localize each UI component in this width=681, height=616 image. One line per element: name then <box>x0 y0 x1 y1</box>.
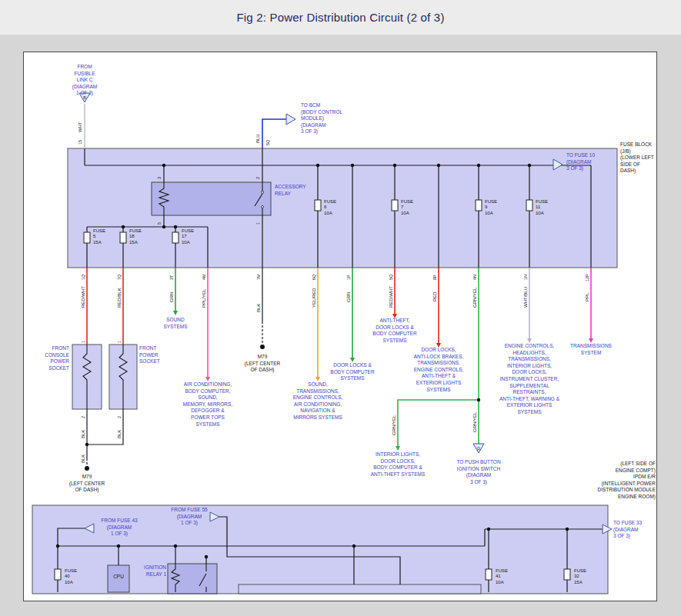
relay-pin5-label: 5 <box>157 222 162 225</box>
connector-g-label: G <box>477 446 480 451</box>
grn-label-3t: GRN <box>169 292 174 302</box>
grn-label-1p: GRN <box>346 292 351 302</box>
ipdm-lower-module-box <box>239 584 481 594</box>
pin-6q: 6Q <box>312 274 316 280</box>
m79-ground-label: M79 (LEFT CENTER OF DASH) <box>60 474 114 494</box>
wht-label: WHT <box>78 122 82 132</box>
fuse9-symbol <box>476 200 482 211</box>
transmissions-system-label: TRANSMISSIONS SYSTEM <box>562 343 619 356</box>
redblk-label: RED/BLK <box>117 288 122 308</box>
blk-label-7m: BLK <box>256 304 261 312</box>
pin-bcm-label: 5Q <box>265 139 270 145</box>
door-locks-body-computer-label: DOOR LOCKS & BODY COMPUTER SYSTEMS <box>324 362 381 382</box>
door-locks-abs-systems-label: DOOR LOCKS, ANTI-LOCK BRAKES, TRANSMISSI… <box>406 347 472 393</box>
fuse6-symbol <box>315 200 321 211</box>
pin-3t: 3T <box>169 275 174 280</box>
pin-7m: 7M <box>256 274 261 280</box>
ignition-relay-label: IGNITION RELAY 1 <box>131 564 166 578</box>
from-fuse43-label: FROM FUSE 43 (DIAGRAM 1 OF 3) <box>97 518 142 538</box>
fuse9-label: FUSE 9 10A <box>485 199 506 216</box>
redwht-label-1q: RED/WHT <box>81 286 85 308</box>
cpu-label: CPU <box>108 574 129 581</box>
fuse41-symbol <box>486 569 492 580</box>
fuse32-symbol <box>564 569 570 580</box>
accessory-relay-label: ACCESSORY RELAY <box>275 184 318 197</box>
grnyel-label-lower: GRN/YEL <box>472 411 477 432</box>
grnyel-label-4n: GRN/YEL <box>472 287 477 308</box>
grnyel-label-branch: GRN/YEL <box>392 415 396 435</box>
arrow-grn-sound <box>173 311 178 315</box>
pin-1p: 1P <box>346 275 351 280</box>
socket1-pin2: 2 <box>81 416 85 418</box>
ground-m79-dot <box>260 345 265 349</box>
socket2-pin2: 2 <box>117 416 122 418</box>
screenshot-root: Fig 2: Power Distribution Circuit (2 of … <box>0 0 681 616</box>
m79-dash-label: M79 (LEFT CENTER OF DASH) <box>235 354 289 374</box>
blu-label: BLU <box>255 134 260 143</box>
yelred-label: YEL/RED <box>312 288 316 308</box>
to-bcm-triangle <box>286 114 295 125</box>
air-conditioning-systems-label: AIR CONDITIONING, BODY COMPUTER, SOUND, … <box>172 381 243 428</box>
blk-label-socket2: BLK <box>117 430 122 438</box>
ppl-label: PPL <box>585 292 589 301</box>
anti-theft-door-locks-label: ANTI-THEFT, DOOR LOCKS & BODY COMPUTER S… <box>366 318 423 344</box>
arrow-grnyel-interior <box>396 446 400 451</box>
relay-contact-dot <box>262 191 264 194</box>
pin-4n: 4N <box>472 275 477 280</box>
fuse18-symbol <box>120 232 126 243</box>
relay-pin3-label: 3 <box>157 177 162 179</box>
fuse32-label: FUSE 32 15A <box>574 568 596 585</box>
pin-12p: 12P <box>585 274 589 281</box>
to-fuse33-label: TO FUSE 33 (DIAGRAM 3 OF 3) <box>613 520 653 540</box>
pin-4m: 4M <box>202 274 206 280</box>
relay-pin2-label: 2 <box>255 177 260 179</box>
pin-1n: 1N <box>523 275 528 280</box>
fuse5-label: FUSE 5 15A <box>93 228 115 245</box>
pin-7q: 7Q <box>117 274 122 280</box>
fuse5-symbol <box>84 232 90 243</box>
socket2-pin1: 1 <box>117 341 122 343</box>
front-power-socket-label: FRONT POWER SOCKET <box>139 345 178 365</box>
fuse7-symbol <box>392 200 398 211</box>
fuse40-symbol <box>55 569 61 580</box>
sound-transmissions-systems-label: SOUND, TRANSMISSIONS, ENGINE CONTROLS, A… <box>282 381 353 421</box>
pin-15-label: 15 <box>78 140 82 145</box>
blk-label-socket1: BLK <box>81 430 85 438</box>
red-label-8p: RED <box>432 291 437 301</box>
engine-controls-systems-label: ENGINE CONTROLS, HEADLIGHTS, TRANSMISSIO… <box>490 343 569 416</box>
fuse17-symbol <box>172 232 179 243</box>
whtblu-label: WHT/BLU <box>523 287 528 308</box>
relay-pin1-label: 1 <box>255 222 260 225</box>
socket1-pin1: 1 <box>81 341 85 343</box>
fuse18-label: FUSE 18 15A <box>129 228 151 245</box>
accessory-relay-box <box>152 182 271 215</box>
from-fuse55-label: FROM FUSE 55 (DIAGRAM 1 OF 3) <box>169 507 209 527</box>
fuse6-label: FUSE 6 10A <box>324 199 346 216</box>
sound-systems-label: SOUND SYSTEMS <box>155 317 196 330</box>
redwht-label-5q: RED/WHT <box>389 286 393 308</box>
ground-m79-dot <box>85 466 89 471</box>
fuse40-label: FUSE 40 10A <box>65 568 86 585</box>
blk-label-ground: BLK <box>81 455 85 463</box>
relay-contact-dot <box>262 206 264 208</box>
fuse11-symbol <box>526 200 532 211</box>
ipdm-location-label: (LEFT SIDE OF ENGINE COMPT) IPDM E/R (IN… <box>594 461 656 501</box>
to-fuse10-label: TO FUSE 10 (DIAGRAM 3 OF 3) <box>566 152 608 172</box>
interior-lights-systems-label: INTERIOR LIGHTS, DOOR LOCKS, BODY COMPUT… <box>366 451 430 478</box>
to-bcm-label: TO BCM (BODY CONTROL MODULE) (DIAGRAM 3 … <box>301 102 359 135</box>
fuse11-label: FUSE 11 10A <box>536 199 557 216</box>
fuse7-label: FUSE 7 10A <box>401 199 422 216</box>
fuse-block-location-label: FUSE BLOCK (J/B) (LOWER LEFT SIDE OF DAS… <box>620 142 657 175</box>
fuse41-label: FUSE 41 10A <box>496 568 517 585</box>
front-console-socket-label: FRONT CONSOLE POWER SOCKET <box>32 345 69 371</box>
pin-5q: 5Q <box>389 274 393 280</box>
fuse17-label: FUSE 17 10A <box>182 228 203 245</box>
push-button-ignition-label: TO PUSH BUTTON IGNITION SWITCH (DIAGRAM … <box>450 459 507 485</box>
pin-1q: 1Q <box>81 274 85 280</box>
pin-8p: 8P <box>432 275 437 280</box>
from-fusible-link-label: FROM FUSIBLE LINK C (DIAGRAM 1 OF 3) <box>63 64 106 97</box>
pplyel-label: PPL/YEL <box>202 288 206 308</box>
